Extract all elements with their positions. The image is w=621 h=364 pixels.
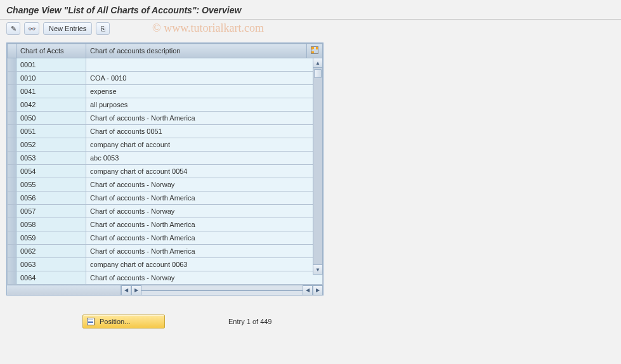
row-selector[interactable] xyxy=(8,271,16,285)
cell-code[interactable]: 0063 xyxy=(16,258,86,271)
scroll-track-vertical[interactable] xyxy=(313,68,323,264)
table-row[interactable]: 0059Chart of accounts - North America xyxy=(8,231,323,245)
cell-code[interactable]: 0054 xyxy=(16,165,86,178)
row-selector[interactable] xyxy=(8,72,16,85)
cell-description[interactable]: abc 0053 xyxy=(86,152,323,165)
table-row[interactable]: 0042all purposes xyxy=(8,98,323,112)
row-selector[interactable] xyxy=(8,178,16,192)
cell-code[interactable]: 0064 xyxy=(16,271,86,285)
hscroll-spacer xyxy=(7,285,121,295)
cell-description[interactable]: company chart of account xyxy=(86,138,323,152)
position-label: Position... xyxy=(100,318,130,325)
row-selector[interactable] xyxy=(8,152,16,165)
vertical-scrollbar[interactable]: ▲ ▼ xyxy=(313,58,323,275)
change-toggle-button[interactable] xyxy=(6,22,20,35)
horizontal-scrollbar[interactable]: ◀ ▶ ◀ ▶ xyxy=(7,285,323,295)
copy-button[interactable] xyxy=(96,22,110,35)
entry-count-text: Entry 1 of 449 xyxy=(228,318,272,325)
cell-description[interactable]: Chart of accounts - Norway xyxy=(86,205,323,218)
table-row[interactable]: 0063company chart of account 0063 xyxy=(8,258,323,271)
table-row[interactable]: 0062Chart of accounts - North America xyxy=(8,245,323,258)
cell-code[interactable]: 0053 xyxy=(16,152,86,165)
row-selector[interactable] xyxy=(8,205,16,218)
cell-description[interactable]: Chart of accounts - North America xyxy=(86,192,323,205)
row-selector[interactable] xyxy=(8,245,16,258)
cell-code[interactable]: 0058 xyxy=(16,218,86,231)
table-row[interactable]: 0051Chart of accounts 0051 xyxy=(8,125,323,138)
table-settings-button[interactable] xyxy=(307,44,323,58)
row-selector[interactable] xyxy=(8,85,16,98)
table-row[interactable]: 0053abc 0053 xyxy=(8,152,323,165)
cell-description[interactable] xyxy=(86,58,323,72)
table-row[interactable]: 0055Chart of accounts - Norway xyxy=(8,178,323,192)
cell-description[interactable]: expense xyxy=(86,85,323,98)
cell-code[interactable]: 0059 xyxy=(16,231,86,245)
row-selector[interactable] xyxy=(8,165,16,178)
cell-code[interactable]: 0051 xyxy=(16,125,86,138)
table-row[interactable]: 0064Chart of accounts - Norway xyxy=(8,271,323,285)
pencil-glasses-icon xyxy=(11,25,16,33)
cell-description[interactable]: COA - 0010 xyxy=(86,72,323,85)
position-button[interactable]: Position... xyxy=(82,315,165,328)
row-selector[interactable] xyxy=(8,258,16,271)
cell-code[interactable]: 0052 xyxy=(16,138,86,152)
cell-description[interactable]: Chart of accounts - North America xyxy=(86,218,323,231)
copy-icon xyxy=(101,25,105,32)
row-selector[interactable] xyxy=(8,218,16,231)
cell-description[interactable]: Chart of accounts - North America xyxy=(86,231,323,245)
grid-settings-icon xyxy=(311,46,318,54)
cell-code[interactable]: 0050 xyxy=(16,112,86,125)
row-selector[interactable] xyxy=(8,192,16,205)
scroll-left-end-button[interactable]: ◀ xyxy=(303,285,313,296)
chart-of-accounts-table: Chart of Accts Chart of accounts descrip… xyxy=(6,42,324,296)
cell-code[interactable]: 0055 xyxy=(16,178,86,192)
row-selector[interactable] xyxy=(8,138,16,152)
row-marker-header xyxy=(8,44,16,58)
table-row[interactable]: 0052company chart of account xyxy=(8,138,323,152)
scroll-track-horizontal[interactable] xyxy=(141,290,303,291)
table-row[interactable]: 0010COA - 0010 xyxy=(8,72,323,85)
row-selector[interactable] xyxy=(8,231,16,245)
table-row[interactable]: 0054company chart of account 0054 xyxy=(8,165,323,178)
scroll-thumb-vertical[interactable] xyxy=(314,69,322,78)
cell-code[interactable]: 0062 xyxy=(16,245,86,258)
cell-description[interactable]: all purposes xyxy=(86,98,323,112)
column-header-code[interactable]: Chart of Accts xyxy=(16,44,86,58)
cell-code[interactable]: 0057 xyxy=(16,205,86,218)
details-button[interactable] xyxy=(24,22,39,35)
table-row[interactable]: 0041expense xyxy=(8,85,323,98)
table-row[interactable]: 0056Chart of accounts - North America xyxy=(8,192,323,205)
cell-description[interactable]: company chart of account 0063 xyxy=(86,258,323,271)
row-selector[interactable] xyxy=(8,98,16,112)
table-row[interactable]: 0058Chart of accounts - North America xyxy=(8,218,323,231)
column-header-desc[interactable]: Chart of accounts description xyxy=(86,44,307,58)
row-selector[interactable] xyxy=(8,58,16,72)
cell-description[interactable]: Chart of accounts - Norway xyxy=(86,271,323,285)
cell-description[interactable]: company chart of account 0054 xyxy=(86,165,323,178)
table-row[interactable]: 0057Chart of accounts - Norway xyxy=(8,205,323,218)
cell-code[interactable]: 0041 xyxy=(16,85,86,98)
scroll-right-inner-button[interactable]: ▶ xyxy=(131,285,141,296)
scroll-up-button[interactable]: ▲ xyxy=(313,58,323,68)
row-selector[interactable] xyxy=(8,125,16,138)
page-title: Change View "List of All Charts of Accou… xyxy=(0,0,621,20)
cell-code[interactable]: 0042 xyxy=(16,98,86,112)
row-selector[interactable] xyxy=(8,112,16,125)
toolbar: New Entries xyxy=(0,20,621,37)
table-row[interactable]: 0001 xyxy=(8,58,323,72)
new-entries-button[interactable]: New Entries xyxy=(43,22,92,35)
scroll-right-button[interactable]: ▶ xyxy=(313,285,323,296)
scroll-left-button[interactable]: ◀ xyxy=(121,285,131,296)
cell-description[interactable]: Chart of accounts 0051 xyxy=(86,125,323,138)
cell-description[interactable]: Chart of accounts - Norway xyxy=(86,178,323,192)
glasses-icon xyxy=(28,25,36,32)
cell-code[interactable]: 0056 xyxy=(16,192,86,205)
position-icon xyxy=(87,318,95,325)
cell-code[interactable]: 0010 xyxy=(16,72,86,85)
table-row[interactable]: 0050Chart of accounts - North America xyxy=(8,112,323,125)
scroll-down-button[interactable]: ▼ xyxy=(313,264,323,275)
cell-description[interactable]: Chart of accounts - North America xyxy=(86,245,323,258)
cell-code[interactable]: 0001 xyxy=(16,58,86,72)
cell-description[interactable]: Chart of accounts - North America xyxy=(86,112,323,125)
